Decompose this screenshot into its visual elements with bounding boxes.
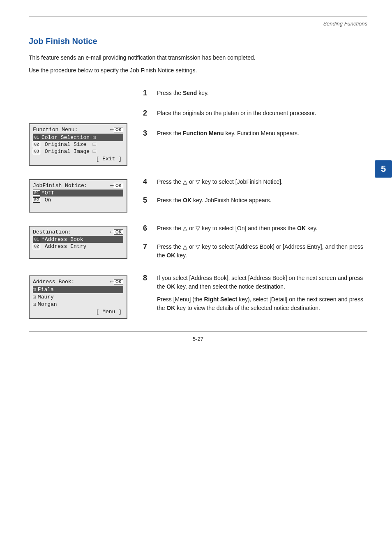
screen-title-jobfinish: JobFinish Notice: [33,183,88,189]
dest-item-2: 02 Address Entry [33,243,123,250]
jobfinish-screen-area: JobFinish Notice: OK 01*Off 02 On [29,175,131,213]
block-steps-4-5: JobFinish Notice: OK 01*Off 02 On 4 Pres… [29,175,367,213]
steps-4-5: 4 Press the △ or ▽ key to select [JobFin… [143,175,367,207]
block-steps-6-7: Destination: OK 01*Address Book 02 Addre… [29,222,367,262]
menu-item-row-2: 02 Original Size □ [33,141,123,148]
step-2: 2 Place the originals on the platen or i… [143,109,367,118]
block-steps-1-3: Function Menu: OK 01Color Selection ☑ 02… [29,86,367,166]
intro-text-2: Use the procedure below to specify the J… [29,66,367,75]
dest-item-1: 01*Address Book [33,236,123,243]
step-6: 6 Press the △ or ▽ key to select [On] an… [143,224,367,233]
addr-footer: [ Menu ] [33,308,123,316]
step-3: 3 Press the Function Menu key. Function … [143,129,367,138]
menu-footer: [ Exit ] [33,155,123,163]
section-title: Job Finish Notice [29,37,367,46]
function-menu-screen-area: Function Menu: OK 01Color Selection ☑ 02… [29,86,131,166]
menu-item-row-3: 03 Original Image □ [33,148,123,155]
destination-screen-area: Destination: OK 01*Address Book 02 Addre… [29,222,131,259]
step-1: 1 Press the Send key. [143,89,367,97]
jobfinish-notice-screen: JobFinish Notice: OK 01*Off 02 On [29,179,127,213]
address-book-screen: Address Book: OK ☑Fiala ☑Maury ☑Morgan [… [29,275,127,319]
step-4: 4 Press the △ or ▽ key to select [JobFin… [143,178,367,186]
steps-1-3: 1 Press the Send key. 2 Place the origin… [143,86,367,140]
page-container: Sending Functions 5 Job Finish Notice Th… [0,0,392,555]
destination-screen: Destination: OK 01*Address Book 02 Addre… [29,226,127,259]
chapter-title: Sending Functions [323,21,367,27]
step-8-area: 8 If you select [Address Book], select [… [143,271,367,315]
jobfinish-item-1: 01*Off [33,190,123,197]
top-rule [29,16,367,17]
addr-item-3: ☑Morgan [33,301,123,308]
block-step-8: Address Book: OK ☑Fiala ☑Maury ☑Morgan [… [29,271,367,319]
menu-item-row-1: 01Color Selection ☑ [33,134,123,141]
address-book-screen-area: Address Book: OK ☑Fiala ☑Maury ☑Morgan [… [29,271,131,319]
addr-item-1: ☑Fiala [33,286,123,293]
bottom-rule [29,331,367,332]
ok-icon-2: OK [111,183,123,189]
step-7: 7 Press the △ or ▽ key to select [Addres… [143,243,367,260]
ok-icon-3: OK [111,229,123,235]
page-number: 5-27 [29,336,367,342]
screen-title-function-menu: Function Menu: [33,127,78,133]
jobfinish-item-2: 02 On [33,197,123,204]
ok-icon-1: OK [111,127,123,133]
section-badge: 5 [375,160,392,178]
function-menu-screen: Function Menu: OK 01Color Selection ☑ 02… [29,123,127,166]
step-5: 5 Press the OK key. JobFinish Notice app… [143,196,367,205]
step-8: 8 If you select [Address Book], select [… [143,274,367,312]
ok-icon-4: OK [111,279,123,285]
page-header: Sending Functions [29,21,367,27]
screen-title-addressbook: Address Book: [33,279,74,285]
steps-6-7: 6 Press the △ or ▽ key to select [On] an… [143,222,367,262]
screen-title-destination: Destination: [33,229,71,235]
addr-item-2: ☑Maury [33,293,123,301]
intro-text-1: This feature sends an e-mail providing n… [29,53,367,62]
